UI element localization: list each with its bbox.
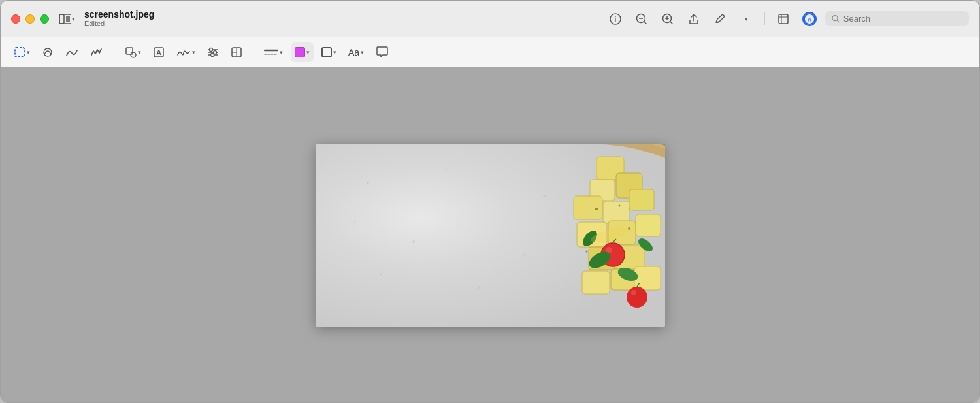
smooth-sketch-icon <box>65 46 78 58</box>
stroke-color-button[interactable]: ▾ <box>318 42 340 62</box>
file-title: screenshot.jpeg <box>84 9 154 20</box>
zoom-in-button[interactable] <box>657 10 678 28</box>
sketch-icon <box>90 46 103 58</box>
sidebar-icon <box>59 14 71 24</box>
svg-point-75 <box>585 250 587 252</box>
svg-text:A: A <box>156 49 161 56</box>
search-box[interactable] <box>825 11 969 26</box>
svg-rect-0 <box>59 14 64 24</box>
shapes-button[interactable]: ▾ <box>121 42 145 62</box>
smooth-sketch-button[interactable] <box>61 42 82 62</box>
svg-line-9 <box>644 22 646 24</box>
titlebar-actions: i <box>605 10 969 28</box>
share-button[interactable] <box>683 10 704 28</box>
signature-caret-icon: ▾ <box>192 49 195 56</box>
svg-point-67 <box>631 290 636 295</box>
close-button[interactable] <box>11 14 20 24</box>
svg-point-44 <box>380 274 382 275</box>
border-style-button[interactable]: ▾ <box>260 42 287 62</box>
svg-point-74 <box>628 227 630 230</box>
zoom-out-button[interactable] <box>631 10 652 28</box>
border-style-icon <box>264 48 278 57</box>
text-icon: A <box>153 46 165 58</box>
tool-divider-2 <box>253 45 253 59</box>
svg-point-43 <box>543 195 545 197</box>
text-button[interactable]: A <box>149 42 169 62</box>
svg-point-73 <box>618 204 620 206</box>
markup-circle-button[interactable]: A <box>799 10 820 28</box>
shapes-caret-icon: ▾ <box>138 49 141 56</box>
search-input[interactable] <box>843 14 962 24</box>
svg-point-72 <box>595 208 598 210</box>
text-size-caret-icon: ▾ <box>361 49 364 56</box>
markup-a-icon: A <box>804 13 815 25</box>
traffic-lights <box>11 14 49 24</box>
tool-divider-1 <box>114 45 114 59</box>
svg-point-46 <box>354 221 355 223</box>
sidebar-toggle-button[interactable]: ▾ <box>57 10 78 28</box>
fill-color-caret-icon: ▾ <box>306 49 310 56</box>
sidebar-chevron-icon: ▾ <box>72 16 75 22</box>
file-subtitle: Edited <box>84 20 154 28</box>
svg-rect-53 <box>603 201 629 223</box>
speech-bubble-button[interactable] <box>372 42 393 62</box>
titlebar: ▾ screenshot.jpeg Edited i <box>1 1 979 37</box>
svg-point-42 <box>412 240 415 243</box>
adjust-button[interactable] <box>203 42 223 62</box>
svg-point-33 <box>211 53 214 56</box>
svg-rect-54 <box>629 189 654 210</box>
zoom-out-icon <box>636 13 647 25</box>
app-window: ▾ screenshot.jpeg Edited i <box>0 0 980 403</box>
svg-text:i: i <box>615 16 617 23</box>
signature-button[interactable]: ▾ <box>172 42 199 62</box>
svg-point-31 <box>210 48 213 51</box>
svg-point-66 <box>627 287 647 308</box>
minimize-button[interactable] <box>25 14 35 24</box>
frame-icon <box>777 13 789 25</box>
instant-alpha-icon <box>42 46 54 58</box>
zoom-in-icon <box>662 13 674 25</box>
svg-point-48 <box>433 306 434 308</box>
markup-icon: A <box>802 12 817 26</box>
svg-rect-15 <box>779 14 788 24</box>
svg-rect-60 <box>582 271 610 294</box>
maximize-button[interactable] <box>40 14 49 24</box>
pencil-icon <box>714 13 726 25</box>
selection-rect-icon <box>14 46 25 58</box>
svg-rect-57 <box>636 214 661 236</box>
selection-caret-icon: ▾ <box>27 49 30 56</box>
signature-icon <box>176 46 191 58</box>
image-container <box>316 144 665 327</box>
svg-point-23 <box>44 48 52 56</box>
layout-icon <box>231 46 242 58</box>
speech-bubble-icon <box>376 46 389 58</box>
file-info: screenshot.jpeg Edited <box>84 9 154 29</box>
canvas-area <box>1 67 979 402</box>
layout-button[interactable] <box>227 42 246 62</box>
adjust-icon <box>207 46 219 58</box>
pencil-button[interactable] <box>710 10 730 28</box>
text-size-button[interactable]: Aa ▾ <box>344 42 368 62</box>
svg-point-40 <box>367 182 368 184</box>
instant-alpha-button[interactable] <box>38 42 57 62</box>
svg-rect-52 <box>574 196 602 219</box>
text-size-label: Aa <box>348 47 359 57</box>
selection-tool-button[interactable]: ▾ <box>10 42 34 62</box>
svg-line-21 <box>837 20 839 22</box>
stroke-color-swatch <box>321 47 332 57</box>
svg-point-41 <box>446 169 447 170</box>
svg-text:A: A <box>808 16 812 23</box>
fill-color-button[interactable]: ▾ <box>291 42 314 62</box>
fill-color-swatch <box>295 47 305 57</box>
info-button[interactable]: i <box>605 10 626 28</box>
frame-button[interactable] <box>773 10 794 28</box>
food-image <box>316 144 665 327</box>
svg-rect-62 <box>634 266 661 290</box>
sketch-button[interactable] <box>86 42 107 62</box>
stroke-caret-icon: ▾ <box>333 49 336 56</box>
search-icon <box>832 14 840 23</box>
pencil-chevron-button[interactable]: ▾ <box>736 10 757 28</box>
info-icon: i <box>610 13 621 25</box>
share-icon <box>688 13 700 25</box>
svg-point-25 <box>131 52 136 57</box>
